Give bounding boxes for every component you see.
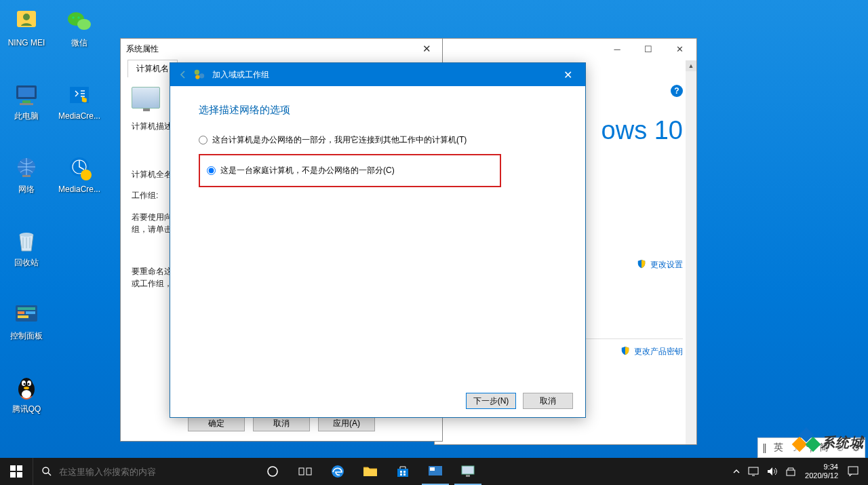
desktop-icon-label: NING MEI <box>1 38 52 47</box>
desktop-icon-label: MediaCre... <box>54 185 104 194</box>
watermark-logo-icon <box>794 429 820 455</box>
change-product-key-link[interactable]: 更改产品密钥 <box>634 347 683 356</box>
radio-office-network[interactable]: 这台计算机是办公网络的一部分，我用它连接到其他工作中的计算机(T) <box>199 134 557 146</box>
media2-icon <box>64 153 94 183</box>
desktop-icon-label: 网络 <box>1 185 52 194</box>
task-view-button[interactable] <box>289 458 321 485</box>
desktop-icon-cpl[interactable]: 控制面板 <box>1 300 52 341</box>
close-button[interactable]: ✕ <box>416 43 437 55</box>
monitor-task-icon <box>460 465 475 478</box>
wizard-cancel-button[interactable]: 取消 <box>523 393 573 409</box>
tray-volume-button[interactable] <box>763 458 782 485</box>
svg-rect-46 <box>400 471 402 473</box>
svg-rect-47 <box>403 471 406 473</box>
chevron-up-icon <box>733 468 740 475</box>
desktop-icon-bin[interactable]: 回收站 <box>1 227 52 267</box>
svg-rect-43 <box>307 468 311 475</box>
cortana-button[interactable] <box>256 458 289 485</box>
svg-rect-49 <box>403 473 406 476</box>
join-domain-wizard: 加入域或工作组 ✕ 选择描述网络的选项 这台计算机是办公网络的一部分，我用它连接… <box>170 62 586 418</box>
desktop-icon-label: 微信 <box>54 38 104 47</box>
svg-rect-51 <box>430 467 435 471</box>
start-button[interactable] <box>0 458 33 485</box>
svg-point-15 <box>81 170 92 180</box>
cortana-icon <box>267 465 279 478</box>
control-panel-task-button[interactable] <box>419 458 452 485</box>
svg-point-16 <box>20 233 33 237</box>
svg-rect-18 <box>18 307 35 310</box>
edge-button[interactable] <box>321 458 354 485</box>
tray-overflow-button[interactable] <box>729 458 744 485</box>
svg-rect-7 <box>18 88 35 97</box>
svg-point-3 <box>77 19 91 30</box>
dialog-titlebar[interactable]: 系统属性 ✕ <box>121 39 442 59</box>
svg-point-4 <box>72 16 75 19</box>
ime-tray-icon <box>786 467 795 476</box>
pc-icon <box>12 80 41 110</box>
watermark-text: 系统城 <box>821 433 864 452</box>
change-settings-link[interactable]: 更改设置 <box>650 260 683 269</box>
svg-rect-19 <box>18 311 24 314</box>
back-button[interactable] <box>173 64 193 85</box>
bin-icon <box>12 227 41 256</box>
search-input[interactable] <box>59 467 256 477</box>
cpl-task-icon <box>428 465 443 478</box>
scrollbar[interactable]: ▲ <box>686 60 696 444</box>
cpl-icon <box>12 300 41 330</box>
desktop-icon-qq[interactable]: 腾讯QQ <box>1 373 52 414</box>
radio-home-input[interactable] <box>207 166 216 175</box>
next-button[interactable]: 下一步(N) <box>466 393 516 409</box>
svg-point-29 <box>22 390 31 398</box>
minimize-button[interactable]: ─ <box>601 39 633 58</box>
desktop-icon-label: 腾讯QQ <box>1 404 52 414</box>
desktop-icon-media1[interactable]: MediaCre... <box>54 80 104 121</box>
ime-lang[interactable]: 英 <box>774 442 783 454</box>
radio-home-network[interactable]: 这是一台家庭计算机，不是办公网络的一部分(C) <box>207 165 493 176</box>
svg-point-5 <box>77 16 80 19</box>
network-icon <box>193 69 205 81</box>
ime-divider-icon: ‖ <box>762 442 767 453</box>
desktop-icon-media2[interactable]: MediaCre... <box>54 153 104 194</box>
net-icon <box>12 153 41 183</box>
maximize-button[interactable]: ☐ <box>633 39 664 58</box>
tray-ime-button[interactable] <box>782 458 800 485</box>
scroll-up-icon[interactable]: ▲ <box>686 60 696 71</box>
svg-point-41 <box>268 467 277 476</box>
desktop-icon-label: 控制面板 <box>1 331 52 341</box>
svg-rect-9 <box>20 103 33 105</box>
wizard-titlebar[interactable]: 加入域或工作组 ✕ <box>170 63 585 86</box>
svg-rect-42 <box>299 468 304 475</box>
shield-icon <box>637 259 646 269</box>
wizard-close-button[interactable]: ✕ <box>553 64 583 85</box>
svg-rect-45 <box>397 469 408 477</box>
help-icon[interactable]: ? <box>671 85 683 97</box>
svg-point-34 <box>195 75 199 79</box>
store-button[interactable] <box>387 458 419 485</box>
tray-network-button[interactable] <box>744 458 763 485</box>
svg-point-28 <box>24 387 29 389</box>
taskbar-search[interactable] <box>33 458 256 485</box>
clock-date: 2020/9/12 <box>805 471 838 480</box>
system-task-button[interactable] <box>452 458 484 485</box>
svg-point-1 <box>23 14 30 20</box>
desktop-icon-user[interactable]: NING MEI <box>1 7 52 47</box>
desktop-icon-wechat[interactable]: 微信 <box>54 7 104 47</box>
wizard-heading: 选择描述网络的选项 <box>199 104 557 117</box>
close-button[interactable]: ✕ <box>664 39 695 58</box>
explorer-button[interactable] <box>354 458 387 485</box>
svg-rect-36 <box>17 465 22 471</box>
desktop-icon-pc[interactable]: 此电脑 <box>1 80 52 121</box>
svg-rect-38 <box>17 472 22 478</box>
desktop-icon-label: 此电脑 <box>1 111 52 121</box>
dialog-title: 系统属性 <box>126 43 159 55</box>
speaker-icon <box>767 467 778 476</box>
taskbar-clock[interactable]: 9:34 2020/9/12 <box>800 463 844 480</box>
radio-office-input[interactable] <box>199 136 208 144</box>
svg-point-27 <box>28 383 30 385</box>
wechat-icon <box>64 7 94 37</box>
desktop-icon-net[interactable]: 网络 <box>1 153 52 194</box>
svg-rect-57 <box>848 467 858 474</box>
windows-logo-icon <box>10 465 22 478</box>
action-center-button[interactable] <box>844 458 863 485</box>
svg-rect-52 <box>462 466 474 474</box>
